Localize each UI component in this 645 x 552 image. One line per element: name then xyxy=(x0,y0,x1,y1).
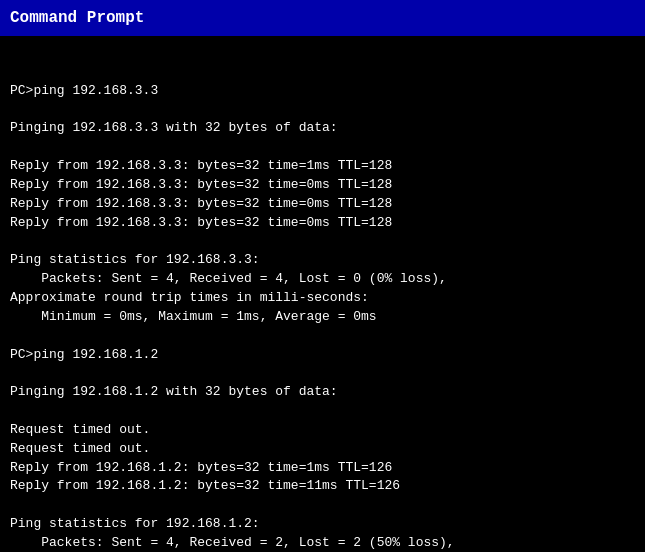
terminal-window[interactable]: PC>ping 192.168.3.3 Pinging 192.168.3.3 … xyxy=(0,36,645,552)
title-bar: Command Prompt xyxy=(0,0,645,36)
title-text: Command Prompt xyxy=(10,9,144,27)
terminal-content: PC>ping 192.168.3.3 Pinging 192.168.3.3 … xyxy=(10,82,635,552)
